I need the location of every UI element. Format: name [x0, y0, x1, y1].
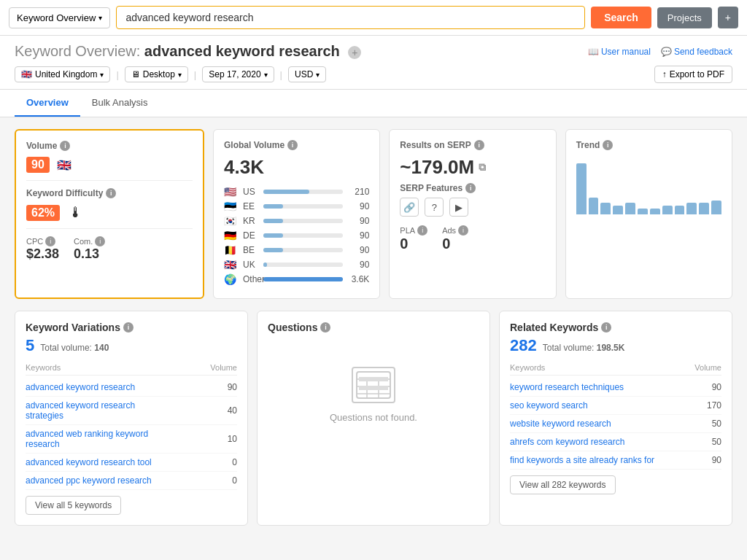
cpc-com-row: CPC i $2.38 Com. i 0.13: [26, 236, 193, 262]
send-feedback-link[interactable]: 💬 Send feedback: [661, 47, 732, 57]
tool-dropdown-label: Keyword Overview: [17, 12, 96, 23]
country-flag-icon: 🇧🇪: [224, 244, 239, 256]
com-value: 0.13: [74, 246, 105, 262]
kv-keyword-link[interactable]: advanced keyword research tool: [26, 457, 152, 467]
volume-value: 90: [26, 157, 50, 173]
kv-keyword-link[interactable]: advanced keyword research strategies: [26, 400, 171, 421]
cpc-value: $2.38: [26, 246, 59, 262]
serp-features-label: SERP Features i: [400, 183, 545, 193]
related-keywords-section: Related Keywords i 282 Total volume: 198…: [499, 311, 732, 526]
gauge-icon: 🌡: [69, 204, 83, 221]
serp-info-icon[interactable]: i: [474, 140, 484, 150]
trend-bar: [589, 198, 599, 214]
country-bar: [263, 219, 343, 223]
country-flag-icon: 🇪🇪: [224, 201, 239, 212]
country-bar: [263, 277, 343, 281]
rk-keyword-link[interactable]: website keyword research: [510, 419, 611, 429]
empty-table-icon: [352, 367, 395, 403]
cpc-info-icon[interactable]: i: [45, 236, 55, 246]
kv-table-row: advanced keyword research tool 0: [26, 454, 237, 472]
ads-info-icon[interactable]: i: [458, 225, 468, 236]
book-icon: 📖: [588, 47, 599, 57]
filter-row: 🇬🇧 United Kingdom ▾ | 🖥 Desktop ▾ | Sep …: [15, 66, 326, 82]
country-code: EE: [243, 201, 259, 211]
rk-table-body: keyword research techniques 90 seo keywo…: [510, 378, 721, 470]
search-input[interactable]: [116, 6, 585, 29]
add-keyword-icon[interactable]: +: [348, 46, 361, 59]
questions-section: Questions i Questions not found.: [257, 311, 490, 526]
trend-bar: [662, 206, 673, 214]
kv-volume: 0: [232, 475, 237, 486]
com-info-icon[interactable]: i: [95, 236, 105, 246]
global-vol-info-icon[interactable]: i: [287, 140, 298, 150]
qa-feature-icon[interactable]: ?: [425, 198, 444, 217]
export-pdf-button[interactable]: ↑ Export to PDF: [654, 66, 732, 83]
kd-info-icon[interactable]: i: [106, 188, 116, 198]
trend-card: Trend i: [565, 129, 732, 299]
link-feature-icon[interactable]: 🔗: [400, 198, 419, 217]
volume-card: Volume i 90 🇬🇧 Keyword Difficulty i 62% …: [15, 129, 204, 299]
keyword-variations-title: Keyword Variations i: [26, 322, 237, 333]
country-bar: [263, 248, 343, 252]
video-feature-icon[interactable]: ▶: [449, 198, 468, 217]
kd-label: Keyword Difficulty i: [26, 188, 193, 198]
main-content: Volume i 90 🇬🇧 Keyword Difficulty i 62% …: [0, 117, 747, 537]
search-button[interactable]: Search: [591, 7, 651, 28]
rk-table-row: website keyword research 50: [510, 415, 721, 433]
trend-label: Trend i: [576, 140, 721, 150]
page-title: Keyword Overview: advanced keyword resea…: [15, 43, 361, 60]
trend-info-icon[interactable]: i: [603, 140, 613, 150]
tool-dropdown[interactable]: Keyword Overview ▾: [9, 7, 110, 28]
country-bar: [263, 190, 343, 194]
view-all-keywords-button[interactable]: View all 5 keywords: [26, 496, 121, 515]
trend-bar: [711, 201, 721, 214]
questions-info-icon[interactable]: i: [320, 322, 330, 332]
rk-keyword-link[interactable]: keyword research techniques: [510, 382, 624, 392]
kv-table-row: advanced keyword research strategies 40: [26, 397, 237, 425]
projects-button[interactable]: Projects: [657, 7, 712, 28]
trend-bar: [576, 163, 587, 214]
rk-info-icon[interactable]: i: [601, 322, 611, 332]
user-manual-link[interactable]: 📖 User manual: [588, 47, 651, 57]
com-item: Com. i 0.13: [74, 236, 105, 262]
country-filter[interactable]: 🇬🇧 United Kingdom ▾: [15, 66, 110, 82]
ads-item: Ads i 0: [442, 225, 468, 252]
serp-features-info-icon[interactable]: i: [465, 183, 476, 193]
rk-keyword-link[interactable]: ahrefs com keyword research: [510, 437, 624, 447]
serp-value: ~179.0M ⧉: [400, 156, 545, 179]
kv-info-icon[interactable]: i: [123, 322, 133, 332]
rk-keyword-link[interactable]: seo keyword search: [510, 400, 588, 411]
device-filter[interactable]: 🖥 Desktop ▾: [125, 66, 188, 82]
volume-info-icon[interactable]: i: [60, 141, 70, 151]
country-volume: 90: [347, 216, 369, 226]
global-volume-label: Global Volume i: [224, 140, 369, 150]
rk-keyword-link[interactable]: find keywords a site already ranks for: [510, 455, 654, 465]
currency-filter[interactable]: USD ▾: [288, 66, 326, 82]
dropdown-chevron-icon: ▾: [98, 14, 102, 22]
kv-table-row: advanced keyword research 90: [26, 378, 237, 397]
date-filter[interactable]: Sep 17, 2020 ▾: [202, 66, 274, 82]
pla-info-icon[interactable]: i: [417, 225, 427, 236]
questions-title: Questions i: [268, 322, 479, 333]
tab-overview[interactable]: Overview: [15, 90, 80, 117]
kv-volume: 10: [228, 434, 237, 444]
rk-table-row: keyword research techniques 90: [510, 378, 721, 397]
kv-keyword-link[interactable]: advanced ppc keyword research: [26, 475, 152, 486]
country-code: KR: [243, 216, 259, 226]
country-flag-icon: 🌍: [224, 273, 239, 285]
tab-bulk-analysis[interactable]: Bulk Analysis: [80, 90, 160, 117]
questions-empty-text: Questions not found.: [330, 412, 417, 423]
uk-flag-icon: 🇬🇧: [57, 158, 71, 172]
top-navigation: Keyword Overview ▾ Search Projects +: [0, 0, 747, 36]
kv-keyword-link[interactable]: advanced keyword research: [26, 382, 135, 392]
trend-bar: [638, 209, 648, 214]
kv-keyword-link[interactable]: advanced web ranking keyword research: [26, 429, 171, 449]
rk-volume: 90: [712, 455, 721, 465]
metric-cards-row: Volume i 90 🇬🇧 Keyword Difficulty i 62% …: [15, 129, 732, 299]
rk-volume: 170: [707, 400, 721, 411]
keyword-variations-section: Keyword Variations i 5 Total volume: 140…: [15, 311, 248, 526]
rk-table-row: ahrefs com keyword research 50: [510, 433, 721, 451]
add-project-button[interactable]: +: [718, 7, 738, 28]
copy-icon[interactable]: ⧉: [479, 161, 486, 174]
view-all-related-button[interactable]: View all 282 keywords: [510, 475, 616, 494]
